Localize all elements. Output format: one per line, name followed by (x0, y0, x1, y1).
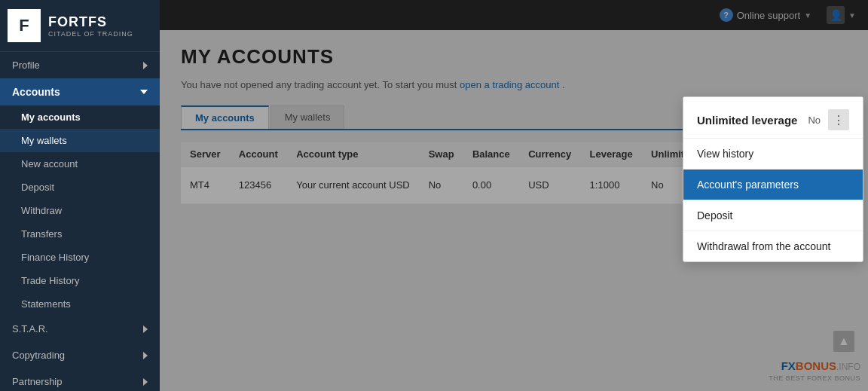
sidebar-item-profile-label: Profile (12, 60, 40, 71)
popup-dots-button[interactable]: ⋮ (828, 109, 849, 130)
sidebar-item-trade-history-label: Trade History (21, 275, 80, 286)
sidebar-item-copytrading[interactable]: Copytrading (0, 342, 160, 368)
main-content: ? Online support ▼ 👤 ▼ MY ACCOUNTS You h… (160, 0, 868, 391)
sidebar-item-my-wallets-label: My wallets (21, 135, 67, 146)
logo-icon: F (8, 9, 41, 42)
sidebar-item-withdraw-label: Withdraw (21, 205, 62, 216)
sidebar-item-my-wallets[interactable]: My wallets (0, 129, 160, 152)
profile-arrow-icon (143, 62, 148, 69)
sidebar-item-star-label: S.T.A.R. (12, 323, 48, 334)
sidebar-item-finance-history[interactable]: Finance History (0, 246, 160, 269)
sidebar-item-new-account-label: New account (21, 158, 78, 170)
sidebar: F FORTFS CITADEL OF TRADING Profile Acco… (0, 0, 160, 391)
sidebar-item-profile[interactable]: Profile (0, 52, 160, 78)
sidebar-item-partnership-label: Partnership (12, 376, 62, 387)
deposit-label: Deposit (697, 209, 732, 221)
popup-menu-item-accounts-parameters[interactable]: Account's parameters (683, 170, 863, 200)
sidebar-item-accounts-label: Accounts (12, 86, 60, 98)
accounts-arrow-icon (140, 90, 148, 94)
sidebar-item-accounts[interactable]: Accounts (0, 78, 160, 105)
logo-text: FORTFS CITADEL OF TRADING (48, 14, 133, 38)
star-arrow-icon (143, 325, 148, 333)
popup-header: Unlimited leverage No ⋮ (683, 97, 863, 139)
sidebar-item-my-accounts[interactable]: My accounts (0, 105, 160, 129)
popup-title: Unlimited leverage (697, 114, 797, 127)
logo-name: FORTFS (48, 14, 133, 30)
sidebar-item-statements[interactable]: Statements (0, 292, 160, 316)
sidebar-item-deposit-label: Deposit (21, 182, 54, 193)
popup-card: Unlimited leverage No ⋮ View history Acc… (683, 96, 863, 262)
withdrawal-label: Withdrawal from the account (697, 240, 830, 252)
partnership-arrow-icon (143, 378, 148, 386)
sidebar-item-transfers[interactable]: Transfers (0, 222, 160, 246)
accounts-parameters-label: Account's parameters (697, 179, 799, 191)
sidebar-item-star[interactable]: S.T.A.R. (0, 316, 160, 342)
popup-header-right: No ⋮ (808, 109, 849, 130)
sidebar-item-copytrading-label: Copytrading (12, 350, 65, 361)
sidebar-nav: Profile Accounts My accounts My wallets … (0, 52, 160, 391)
sidebar-item-transfers-label: Transfers (21, 228, 62, 240)
sidebar-item-statements-label: Statements (21, 298, 71, 310)
popup-menu-item-view-history[interactable]: View history (683, 139, 863, 170)
popup-no-label: No (808, 115, 821, 126)
logo-subtitle: CITADEL OF TRADING (48, 30, 133, 38)
copytrading-arrow-icon (143, 352, 148, 359)
sidebar-item-deposit[interactable]: Deposit (0, 176, 160, 199)
sidebar-item-partnership[interactable]: Partnership (0, 368, 160, 391)
sidebar-item-finance-history-label: Finance History (21, 252, 89, 263)
logo: F FORTFS CITADEL OF TRADING (0, 0, 160, 52)
popup-menu-item-deposit[interactable]: Deposit (683, 200, 863, 231)
sidebar-item-withdraw[interactable]: Withdraw (0, 199, 160, 222)
sidebar-item-new-account[interactable]: New account (0, 152, 160, 176)
popup-menu-item-withdrawal[interactable]: Withdrawal from the account (683, 231, 863, 261)
sidebar-item-my-accounts-label: My accounts (21, 111, 81, 123)
sidebar-item-trade-history[interactable]: Trade History (0, 269, 160, 292)
view-history-label: View history (697, 148, 753, 160)
